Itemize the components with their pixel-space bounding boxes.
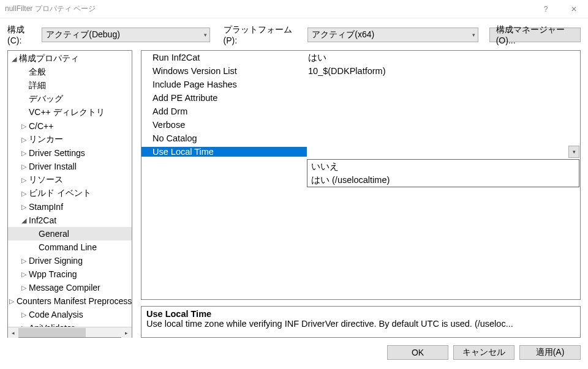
- platform-combo[interactable]: アクティブ(x64) ▾: [307, 28, 478, 42]
- tree-collapsed-icon[interactable]: ▷: [20, 149, 28, 157]
- tree-item[interactable]: 全般: [8, 65, 132, 79]
- property-name: Add PE Attribute: [141, 93, 307, 103]
- help-button[interactable]: ?: [532, 0, 560, 18]
- tree-item[interactable]: ▷ビルド イベント: [8, 187, 132, 200]
- dropdown-option[interactable]: はい (/uselocaltime): [307, 173, 579, 187]
- tree-expanded-icon[interactable]: ◢: [10, 55, 18, 63]
- tree-expanded-icon[interactable]: ◢: [20, 217, 28, 225]
- configuration-combo[interactable]: アクティブ(Debug) ▾: [42, 28, 210, 42]
- tree-item-label: Inf2Cat: [29, 215, 56, 225]
- property-name: Add Drm: [141, 106, 307, 116]
- description-pane: Use Local Time Use local time zone while…: [141, 306, 581, 338]
- property-grid: Run Inf2CatはいWindows Version List10_$(DD…: [141, 50, 581, 300]
- chevron-down-icon: ▾: [573, 149, 576, 155]
- tree-item-label: General: [39, 229, 69, 239]
- tree-collapsed-icon[interactable]: ▷: [20, 257, 28, 265]
- tree-collapsed-icon[interactable]: ▷: [8, 297, 15, 305]
- close-button[interactable]: ✕: [560, 0, 588, 18]
- property-name: No Catalog: [141, 133, 307, 143]
- property-row[interactable]: Add Drm: [141, 105, 580, 118]
- dropdown-option[interactable]: いいえ: [307, 160, 579, 173]
- tree-collapsed-icon[interactable]: ▷: [20, 203, 28, 211]
- cancel-button[interactable]: キャンセル: [453, 345, 514, 360]
- property-row[interactable]: Verbose: [141, 118, 580, 132]
- scroll-right-icon[interactable]: ▸: [121, 327, 132, 338]
- tree-collapsed-icon[interactable]: ▷: [20, 190, 28, 198]
- tree-item[interactable]: ▷Driver Install: [8, 160, 132, 173]
- tree-item[interactable]: Command Line: [8, 240, 132, 254]
- window-title: nullFilter プロパティ ページ: [5, 4, 532, 14]
- chevron-down-icon: ▾: [204, 32, 207, 38]
- dropdown-button[interactable]: ▾: [568, 146, 579, 158]
- property-row[interactable]: Add PE Attribute: [141, 91, 580, 105]
- tree-item-label: Code Analysis: [29, 310, 83, 319]
- scrollbar-track[interactable]: [86, 327, 121, 337]
- property-row[interactable]: No Catalog: [141, 132, 580, 145]
- config-toolbar: 構成(C): アクティブ(Debug) ▾ プラットフォーム(P): アクティブ…: [0, 18, 588, 50]
- tree-item[interactable]: ▷Counters Manifest Preprocessor: [8, 294, 132, 308]
- tree-item[interactable]: ▷Code Analysis: [8, 308, 132, 321]
- tree-item-label: Driver Install: [29, 162, 77, 171]
- tree-item-label: VC++ ディレクトリ: [29, 107, 105, 118]
- tree-item-label: Wpp Tracing: [29, 269, 77, 279]
- dropdown-popup[interactable]: いいえはい (/uselocaltime): [307, 159, 579, 187]
- property-name: Run Inf2Cat: [141, 53, 307, 62]
- description-text: Use local time zone while verifying INF …: [146, 319, 575, 329]
- tree-collapsed-icon[interactable]: ▷: [20, 311, 28, 319]
- tree-item[interactable]: General: [8, 227, 132, 240]
- tree-item-label: Command Line: [39, 242, 97, 252]
- tree-item-label: 構成プロパティ: [19, 53, 79, 64]
- tree-item[interactable]: ▷ApiValidator: [8, 321, 132, 327]
- tree-item[interactable]: ◢構成プロパティ: [8, 52, 132, 65]
- scroll-left-icon[interactable]: ◂: [8, 327, 18, 338]
- tree-collapsed-icon[interactable]: ▷: [20, 284, 28, 292]
- config-manager-button[interactable]: 構成マネージャー(O)...: [489, 28, 581, 42]
- property-name: Windows Version List: [141, 66, 307, 76]
- tree-item[interactable]: ▷C/C++: [8, 119, 132, 133]
- tree-pane: ◢構成プロパティ全般詳細デバッグVC++ ディレクトリ▷C/C++▷リンカー▷D…: [7, 50, 132, 338]
- tree-item[interactable]: ▷Wpp Tracing: [8, 267, 132, 281]
- property-row[interactable]: Run Inf2Catはい: [141, 51, 580, 64]
- tree-item[interactable]: ◢Inf2Cat: [8, 214, 132, 227]
- tree-item[interactable]: ▷Driver Settings: [8, 146, 132, 160]
- tree-item-label: StampInf: [29, 202, 63, 212]
- tree-item-label: Message Compiler: [29, 283, 100, 293]
- tree-item[interactable]: デバッグ: [8, 92, 132, 106]
- property-row[interactable]: Windows Version List10_$(DDKPlatform): [141, 64, 580, 78]
- property-value[interactable]: はい: [307, 52, 580, 64]
- tree-item[interactable]: ▷リンカー: [8, 133, 132, 146]
- dialog-buttons: OK キャンセル 適用(A): [0, 338, 588, 360]
- right-pane: Run Inf2CatはいWindows Version List10_$(DD…: [141, 50, 581, 338]
- tree-item-label: デバッグ: [29, 94, 63, 105]
- tree-collapsed-icon[interactable]: ▷: [20, 176, 28, 184]
- tree-horizontal-scrollbar[interactable]: ◂ ▸: [8, 327, 132, 337]
- property-value[interactable]: 10_$(DDKPlatform): [307, 66, 580, 76]
- property-value-dropdown-cell: ▾: [307, 145, 580, 158]
- tree-item[interactable]: VC++ ディレクトリ: [8, 106, 132, 119]
- main-area: ◢構成プロパティ全般詳細デバッグVC++ ディレクトリ▷C/C++▷リンカー▷D…: [0, 50, 588, 338]
- tree-collapsed-icon[interactable]: ▷: [20, 122, 28, 130]
- scrollbar-thumb[interactable]: [18, 328, 86, 337]
- tree-item-label: Driver Signing: [29, 256, 83, 266]
- tree-item-label: Driver Settings: [29, 148, 85, 158]
- tree-collapsed-icon[interactable]: ▷: [20, 136, 28, 144]
- apply-button[interactable]: 適用(A): [519, 345, 581, 360]
- tree-item[interactable]: ▷Message Compiler: [8, 281, 132, 294]
- tree-item[interactable]: ▷Driver Signing: [8, 254, 132, 267]
- tree-item[interactable]: 詳細: [8, 79, 132, 92]
- titlebar: nullFilter プロパティ ページ ? ✕: [0, 0, 588, 18]
- tree-list[interactable]: ◢構成プロパティ全般詳細デバッグVC++ ディレクトリ▷C/C++▷リンカー▷D…: [8, 51, 132, 327]
- chevron-down-icon: ▾: [472, 32, 475, 38]
- config-label: 構成(C):: [7, 24, 38, 45]
- property-name: Include Page Hashes: [141, 80, 307, 89]
- tree-collapsed-icon[interactable]: ▷: [20, 270, 28, 278]
- tree-item-label: 全般: [29, 67, 46, 78]
- tree-item-label: Counters Manifest Preprocessor: [17, 296, 132, 306]
- property-row[interactable]: Include Page Hashes: [141, 78, 580, 91]
- description-title: Use Local Time: [146, 309, 575, 319]
- tree-item[interactable]: ▷リソース: [8, 173, 132, 187]
- tree-item[interactable]: ▷StampInf: [8, 200, 132, 214]
- tree-collapsed-icon[interactable]: ▷: [20, 163, 28, 171]
- ok-button[interactable]: OK: [387, 345, 448, 360]
- property-name: Use Local Time: [141, 147, 307, 157]
